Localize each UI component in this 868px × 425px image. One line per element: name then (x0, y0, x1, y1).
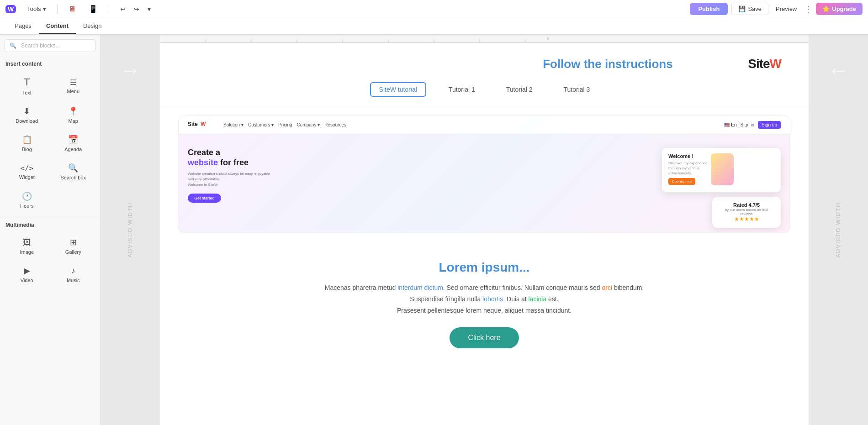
preview-container: Site W Solution ▾ Customers ▾ Pricing Co… (160, 106, 809, 371)
mini-hero: Create a website for free Website creati… (179, 134, 790, 232)
mini-nav: Site W Solution ▾ Customers ▾ Pricing Co… (179, 116, 790, 134)
mini-nav-links: Solution ▾ Customers ▾ Pricing Company ▾… (223, 122, 346, 127)
desktop-device-button[interactable]: 🖥 (65, 3, 79, 15)
rating-title: Rated 4.7/5 (720, 202, 773, 208)
insert-text-item[interactable]: T Text (5, 72, 49, 100)
agenda-label: Agenda (64, 147, 82, 152)
mini-hero-title: Create a website for free (188, 148, 653, 168)
searchbox-label: Search box (60, 175, 86, 180)
search-icon: 🔍 (10, 42, 16, 49)
save-icon: 💾 (738, 5, 746, 12)
advised-width-left-text: Advised width (127, 202, 133, 257)
separator-1 (57, 5, 58, 14)
insert-image-item[interactable]: 🖼 Image (5, 233, 49, 259)
text-icon: T (24, 76, 30, 88)
mini-hero-sub: Website creation should always be easy, … (188, 171, 653, 188)
canvas-inner[interactable]: 0 Follow the instructions SiteW SiteW tu… (160, 35, 809, 425)
svg-text:Site: Site (188, 121, 198, 127)
save-button[interactable]: 💾 Save (731, 3, 768, 15)
map-icon: 📍 (68, 106, 78, 116)
rating-card: Rated 4.7/5 by our users based on 915 re… (712, 197, 781, 228)
tutorial-tab-sitew[interactable]: SiteW tutorial (370, 82, 426, 97)
insert-hours-item[interactable]: 🕐 Hours (5, 187, 49, 213)
mini-flag: 🇺🇸 En (724, 122, 736, 127)
insert-searchbox-item[interactable]: 🔍 Search box (51, 158, 96, 185)
more-options-button[interactable]: ⋮ (804, 4, 812, 14)
multimedia-title: Multimedia (0, 217, 100, 231)
search-row: 🔍 Search blocks... (0, 35, 100, 55)
preview-button[interactable]: Preview (772, 3, 800, 15)
tab-design[interactable]: Design (76, 19, 109, 34)
tutorial-tab-1[interactable]: Tutorial 1 (440, 83, 484, 96)
tutorial-tabs: SiteW tutorial Tutorial 1 Tutorial 2 Tut… (160, 79, 809, 106)
insert-music-item[interactable]: ♪ Music (51, 261, 96, 288)
insert-gallery-item[interactable]: ⊞ Gallery (51, 233, 96, 259)
mobile-device-button[interactable]: 📱 (85, 3, 101, 15)
nav-subtabs: Pages Content Design (0, 18, 868, 35)
tab-content[interactable]: Content (39, 19, 76, 34)
lorem-section: Lorem ipsum... Macenas pharetra metud in… (178, 247, 790, 362)
click-here-button[interactable]: Click here (450, 327, 519, 348)
mini-signin[interactable]: Sign in (741, 122, 755, 127)
ruler: 0 (160, 35, 809, 43)
mini-nav-right: 🇺🇸 En Sign in Sign up (724, 121, 781, 129)
tools-button[interactable]: Tools ▾ (23, 4, 49, 14)
highlight-lobortis: lobortis. (482, 295, 505, 303)
ruler-svg: 0 (160, 35, 809, 43)
nav-company[interactable]: Company ▾ (297, 122, 320, 127)
tutorial-tab-3[interactable]: Tutorial 3 (555, 83, 599, 96)
undo-redo-group: ↩ ↪ ▾ (116, 4, 154, 15)
sitew-logo: SiteW (748, 57, 781, 71)
connect-btn[interactable]: Connect me (668, 178, 695, 185)
highlight-orci: orci (602, 284, 612, 291)
instruction-header: Follow the instructions SiteW (160, 43, 809, 79)
tools-label: Tools (27, 5, 41, 12)
instruction-title: Follow the instructions (468, 57, 748, 71)
insert-map-item[interactable]: 📍 Map (51, 102, 96, 128)
insert-blog-item[interactable]: 📋 Blog (5, 130, 49, 157)
mini-logo-svg: Site W (188, 121, 211, 128)
mini-hero-right: Traffic Welcome ! Discove (662, 143, 781, 232)
mini-highlight: website (188, 158, 218, 167)
highlight-lacinia: lacinia (528, 295, 546, 303)
menu-icon: ☰ (70, 78, 76, 87)
insert-agenda-item[interactable]: 📅 Agenda (51, 130, 96, 157)
undo-button[interactable]: ↩ (116, 4, 129, 15)
nav-pricing[interactable]: Pricing (278, 122, 292, 127)
mini-signup[interactable]: Sign up (758, 121, 781, 129)
save-label: Save (748, 5, 762, 12)
redo-button[interactable]: ↪ (130, 4, 143, 15)
music-icon: ♪ (71, 266, 75, 276)
insert-menu-item[interactable]: ☰ Menu (51, 72, 96, 100)
welcome-sub: Discover my experiencethrough my various… (668, 161, 707, 176)
video-label: Video (21, 278, 33, 283)
mini-cta-button[interactable]: Get started (188, 194, 221, 203)
publish-button[interactable]: Publish (690, 3, 728, 15)
w-logo-icon: W (5, 5, 16, 13)
nav-resources[interactable]: Resources (324, 122, 346, 127)
person-avatar (711, 153, 734, 185)
menu-label: Menu (67, 89, 79, 94)
insert-video-item[interactable]: ▶ Video (5, 261, 49, 288)
separator-2 (109, 5, 109, 14)
svg-text:W: W (201, 121, 206, 127)
tutorial-tab-2[interactable]: Tutorial 2 (498, 83, 541, 96)
blog-label: Blog (22, 147, 32, 152)
arrow-left-icon: ← (827, 58, 849, 83)
image-label: Image (20, 249, 34, 255)
more-history-button[interactable]: ▾ (144, 4, 154, 15)
topbar-right: Publish 💾 Save Preview ⋮ ⭐ Upgrade (690, 3, 863, 15)
left-panel: 🔍 Search blocks... Insert content T Text… (0, 35, 101, 425)
tab-pages[interactable]: Pages (7, 19, 39, 34)
search-blocks-input[interactable]: 🔍 Search blocks... (5, 39, 95, 52)
star-icon: ⭐ (822, 5, 830, 12)
nav-customers[interactable]: Customers ▾ (248, 122, 274, 127)
upgrade-button[interactable]: ⭐ Upgrade (816, 3, 863, 15)
logo[interactable]: W (5, 5, 16, 13)
nav-solution[interactable]: Solution ▾ (223, 122, 243, 127)
insert-widget-item[interactable]: </> Widget (5, 158, 49, 185)
insert-download-item[interactable]: ⬇ Download (5, 102, 49, 128)
main-layout: 🔍 Search blocks... Insert content T Text… (0, 35, 868, 425)
widget-icon: </> (20, 164, 33, 173)
mini-logo: Site W (188, 121, 211, 129)
